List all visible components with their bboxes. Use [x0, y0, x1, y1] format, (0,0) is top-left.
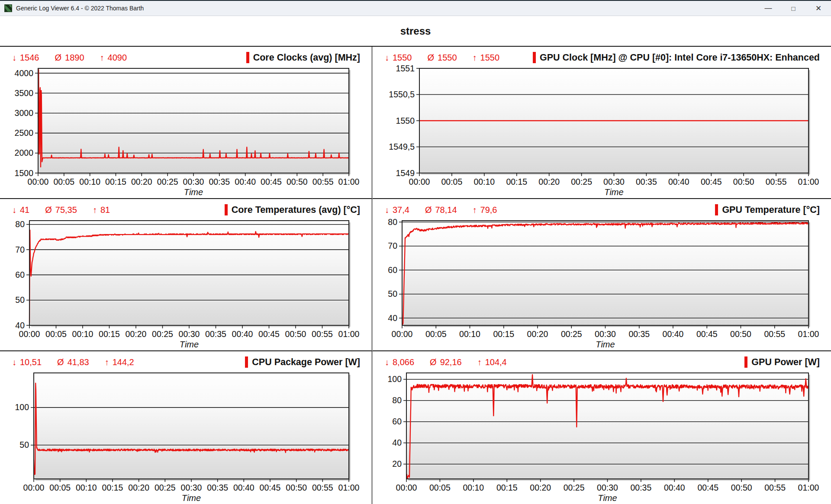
svg-text:Time: Time — [182, 493, 201, 503]
minimize-button[interactable]: — — [756, 1, 781, 16]
svg-text:00:55: 00:55 — [764, 483, 786, 492]
svg-text:00:00: 00:00 — [23, 483, 45, 492]
svg-text:00:55: 00:55 — [312, 483, 333, 492]
svg-text:00:35: 00:35 — [628, 329, 650, 339]
stat-avg: 92,16 — [440, 357, 462, 367]
max-arrow-icon: ↑ — [100, 53, 104, 63]
svg-text:1500: 1500 — [15, 168, 34, 178]
svg-text:00:20: 00:20 — [128, 483, 149, 492]
chart-gpu-temperature[interactable]: 405060708000:0000:0500:1000:1500:2000:25… — [385, 217, 820, 350]
svg-text:00:50: 00:50 — [731, 483, 752, 492]
svg-text:01:00: 01:00 — [798, 329, 819, 339]
svg-text:00:25: 00:25 — [157, 177, 178, 186]
chart-core-temperatures[interactable]: 405060708000:0000:0500:1000:1500:2000:25… — [12, 217, 360, 350]
svg-text:00:15: 00:15 — [102, 483, 123, 492]
min-arrow-icon: ↓ — [12, 53, 16, 63]
svg-text:Time: Time — [598, 493, 617, 503]
svg-text:40: 40 — [392, 438, 402, 447]
svg-text:00:40: 00:40 — [668, 177, 689, 186]
svg-text:00:35: 00:35 — [209, 177, 230, 186]
svg-text:00:40: 00:40 — [663, 329, 684, 339]
stat-min: 1546 — [20, 53, 39, 63]
svg-text:2500: 2500 — [15, 128, 34, 138]
panel-gpu-clock: ↓1550 Ø1550 ↑1550 GPU Clock [MHz] @ CPU … — [373, 47, 831, 199]
svg-text:80: 80 — [388, 217, 397, 227]
svg-text:00:50: 00:50 — [285, 329, 306, 339]
max-arrow-icon: ↑ — [473, 205, 477, 215]
stat-max: 4090 — [108, 53, 127, 63]
svg-text:60: 60 — [392, 417, 402, 426]
svg-text:00:00: 00:00 — [28, 177, 49, 186]
page-header: stress — [0, 16, 831, 47]
chart-title: Core Clocks (avg) [MHz] — [246, 52, 360, 63]
chart-stats: ↓10,51 Ø41,83 ↑144,2 — [12, 357, 134, 367]
window-controls: — □ ✕ — [756, 1, 831, 16]
svg-text:00:55: 00:55 — [764, 329, 785, 339]
max-arrow-icon: ↑ — [477, 357, 482, 367]
series-color-marker-icon — [246, 52, 249, 63]
svg-text:00:05: 00:05 — [441, 177, 462, 186]
panel-gpu-power: ↓8,066 Ø92,16 ↑104,4 GPU Power [W] 20406… — [373, 351, 831, 504]
chart-gpu-power[interactable]: 2040608010000:0000:0500:1000:1500:2000:2… — [385, 369, 820, 503]
svg-text:00:50: 00:50 — [286, 483, 307, 492]
series-color-marker-icon — [225, 204, 228, 215]
svg-text:00:20: 00:20 — [527, 329, 548, 339]
svg-text:00:45: 00:45 — [701, 177, 722, 186]
svg-text:01:00: 01:00 — [798, 177, 819, 186]
svg-text:00:05: 00:05 — [45, 329, 67, 339]
svg-text:1549,5: 1549,5 — [389, 142, 415, 151]
max-arrow-icon: ↑ — [473, 53, 477, 63]
series-color-marker-icon — [245, 356, 248, 368]
svg-text:00:50: 00:50 — [287, 177, 308, 186]
close-button[interactable]: ✕ — [806, 1, 831, 16]
svg-text:00:10: 00:10 — [76, 483, 97, 492]
svg-text:00:30: 00:30 — [183, 177, 204, 186]
svg-text:00:10: 00:10 — [463, 483, 484, 492]
svg-text:Time: Time — [604, 187, 623, 197]
svg-text:Time: Time — [596, 340, 615, 349]
avg-icon: Ø — [55, 53, 62, 63]
maximize-button[interactable]: □ — [781, 1, 806, 16]
min-arrow-icon: ↓ — [12, 357, 16, 367]
svg-text:00:30: 00:30 — [179, 329, 200, 339]
svg-text:1549: 1549 — [396, 168, 415, 178]
svg-text:00:25: 00:25 — [155, 483, 176, 492]
svg-text:60: 60 — [388, 265, 397, 275]
svg-text:00:10: 00:10 — [459, 329, 480, 339]
svg-text:00:10: 00:10 — [473, 177, 495, 186]
min-arrow-icon: ↓ — [385, 53, 389, 63]
chart-cpu-package-power[interactable]: 5010000:0000:0500:1000:1500:2000:2500:30… — [12, 369, 360, 503]
svg-text:Time: Time — [180, 340, 199, 349]
svg-text:40: 40 — [388, 313, 397, 323]
stat-min: 10,51 — [20, 357, 42, 367]
svg-text:1550,5: 1550,5 — [389, 90, 415, 99]
svg-text:100: 100 — [15, 402, 29, 412]
chart-stats: ↓1546 Ø1890 ↑4090 — [12, 53, 127, 63]
series-color-marker-icon — [533, 52, 536, 63]
min-arrow-icon: ↓ — [385, 357, 389, 367]
svg-text:00:20: 00:20 — [530, 483, 551, 492]
chart-core-clocks[interactable]: 15002000250030003500400000:0000:0500:100… — [12, 65, 360, 197]
stat-avg: 41,83 — [68, 357, 89, 367]
min-arrow-icon: ↓ — [12, 205, 16, 215]
svg-text:00:35: 00:35 — [205, 329, 226, 339]
svg-text:00:00: 00:00 — [396, 483, 417, 492]
stat-max: 81 — [100, 205, 110, 215]
svg-text:00:15: 00:15 — [105, 177, 126, 186]
svg-text:00:25: 00:25 — [571, 177, 592, 186]
svg-text:2000: 2000 — [15, 148, 34, 157]
chart-stats: ↓37,4 Ø78,14 ↑79,6 — [385, 205, 497, 215]
chart-gpu-clock[interactable]: 15491549,515501550,5155100:0000:0500:100… — [385, 65, 820, 197]
series-color-marker-icon — [715, 204, 718, 215]
min-arrow-icon: ↓ — [385, 205, 389, 215]
avg-icon: Ø — [425, 205, 432, 215]
svg-text:01:00: 01:00 — [338, 483, 360, 492]
svg-text:50: 50 — [388, 289, 397, 299]
svg-text:00:45: 00:45 — [696, 329, 718, 339]
svg-text:00:00: 00:00 — [392, 329, 413, 339]
panel-core-temps: ↓41 Ø75,35 ↑81 Core Temperatures (avg) [… — [0, 199, 373, 351]
stat-avg: 1550 — [438, 53, 457, 63]
svg-text:00:05: 00:05 — [53, 177, 74, 186]
svg-text:80: 80 — [392, 395, 402, 405]
svg-text:50: 50 — [15, 295, 25, 305]
